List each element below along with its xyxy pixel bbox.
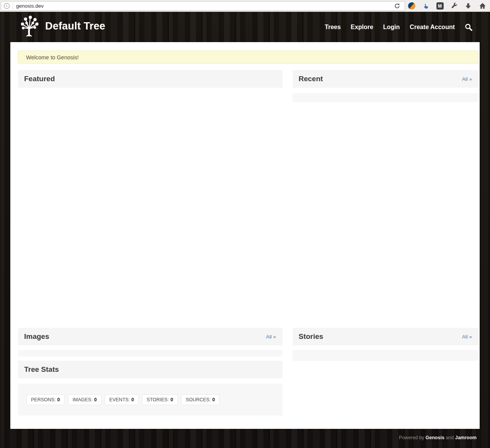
stat-badge-sources: SOURCES:0 [181, 394, 219, 405]
stat-badge-images: IMAGES:0 [68, 394, 101, 405]
stat-value: 0 [57, 397, 60, 402]
nav-item-create-account[interactable]: Create Account [410, 24, 455, 31]
images-all-link[interactable]: All » [266, 334, 276, 340]
welcome-alert: Welcome to Genosis! [18, 51, 479, 64]
recent-title: Recent [299, 75, 323, 83]
stat-label: EVENTS: [109, 397, 130, 402]
stat-badge-events: EVENTS:0 [105, 394, 139, 405]
welcome-alert-text: Welcome to Genosis! [26, 54, 79, 60]
hand-pointer-extension-icon[interactable] [421, 2, 430, 11]
footer-jamroom-link[interactable]: Jamroom [455, 435, 477, 440]
m-extension-icon[interactable]: M [435, 2, 444, 11]
nav-item-login[interactable]: Login [383, 24, 400, 31]
stories-title: Stories [299, 332, 323, 341]
tree-stats-panel: PERSONS:0 IMAGES:0 EVENTS:0 STORIES:0 SO… [18, 384, 283, 415]
stat-label: IMAGES: [73, 397, 93, 402]
reload-button[interactable] [391, 2, 403, 10]
reload-icon [394, 3, 400, 9]
nav-item-explore[interactable]: Explore [351, 24, 373, 31]
stat-value: 0 [94, 397, 97, 402]
download-icon[interactable] [464, 2, 473, 11]
stat-badge-persons: PERSONS:0 [26, 394, 65, 405]
recent-empty-row [292, 93, 479, 102]
browser-toolbar: i genosis.dev M [0, 0, 490, 12]
stat-badge-stories: STORIES:0 [142, 394, 178, 405]
url-text[interactable]: genosis.dev [16, 3, 44, 9]
stat-value: 0 [170, 397, 173, 402]
home-icon[interactable] [478, 2, 487, 11]
featured-title: Featured [24, 75, 55, 83]
recent-section-header: Recent All » [292, 70, 479, 88]
main-nav: Trees Explore Login Create Account [325, 12, 472, 42]
site-title[interactable]: Default Tree [45, 20, 105, 32]
tree-stats-title: Tree Stats [24, 365, 59, 374]
search-icon [465, 23, 472, 31]
nav-item-trees[interactable]: Trees [325, 24, 341, 31]
stat-value: 0 [131, 397, 134, 402]
recent-all-link[interactable]: All » [462, 76, 472, 82]
main-content: Welcome to Genosis! Featured Recent All … [10, 42, 480, 429]
tree-stats-section-header: Tree Stats [18, 361, 283, 378]
site-header: Default Tree Trees Explore Login Create … [0, 12, 490, 42]
extension-icons: M [407, 0, 490, 12]
stat-label: PERSONS: [31, 397, 56, 402]
stories-all-link[interactable]: All » [462, 334, 472, 340]
stories-empty-row [292, 350, 479, 361]
footer-and: and [446, 435, 454, 440]
site-footer: Powered by Genosis and Jamroom [247, 435, 477, 440]
tree-logo-icon [18, 14, 40, 38]
stat-label: STORIES: [147, 397, 169, 402]
address-bar[interactable]: i genosis.dev [1, 1, 405, 11]
swirl-extension-icon[interactable] [407, 2, 416, 11]
footer-genosis-link[interactable]: Genosis [426, 435, 444, 440]
featured-section-header: Featured [18, 70, 283, 88]
images-empty-row [18, 350, 283, 356]
stat-label: SOURCES: [186, 397, 211, 402]
divider [13, 3, 13, 10]
footer-powered-by: Powered by [399, 435, 424, 440]
images-title: Images [24, 332, 49, 341]
site-info-icon[interactable]: i [4, 3, 10, 9]
stat-value: 0 [212, 397, 215, 402]
brand[interactable]: Default Tree [18, 14, 105, 38]
images-section-header: Images All » [18, 328, 283, 345]
page-background: Default Tree Trees Explore Login Create … [0, 12, 490, 448]
wrench-icon[interactable] [449, 2, 459, 11]
stories-section-header: Stories All » [292, 328, 479, 345]
search-button[interactable] [465, 23, 472, 31]
